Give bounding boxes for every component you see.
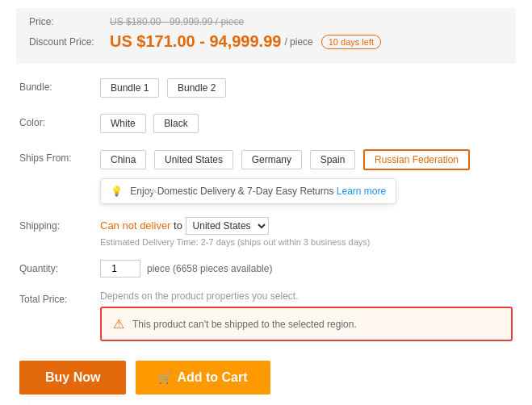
ships-from-row: Ships From: China United States Germany …	[19, 143, 513, 211]
cannot-deliver-text: Can not deliver	[100, 219, 170, 232]
price-label: Price:	[29, 16, 110, 27]
quantity-row: Quantity: piece (6658 pieces available)	[19, 253, 513, 284]
quantity-value: piece (6658 pieces available)	[100, 260, 513, 278]
warning-icon: ⚠	[113, 316, 124, 332]
total-price-label: Total Price:	[19, 290, 100, 305]
color-option-white[interactable]: White	[100, 114, 146, 133]
days-left-badge: 10 days left	[321, 35, 381, 49]
bundle-label: Bundle:	[19, 78, 100, 93]
quantity-label: Quantity:	[19, 260, 100, 274]
quantity-input[interactable]	[100, 260, 140, 278]
total-price-row: Total Price: Depends on the product prop…	[19, 284, 513, 348]
discount-price-value: US $171.00 - 94,999.99	[110, 32, 281, 51]
buy-now-button[interactable]: Buy Now	[19, 361, 126, 395]
ships-from-us[interactable]: United States	[154, 150, 233, 169]
warning-box: ⚠ This product can't be shipped to the s…	[100, 307, 513, 341]
original-price: US $180.00 - 99,999.99 / piece	[110, 16, 244, 27]
shipping-to-text: to	[174, 219, 185, 232]
shipping-tooltip: 💡 Enjoy Domestic Delivery & 7-Day Easy R…	[100, 178, 396, 204]
shipping-country-select[interactable]: United States	[186, 217, 269, 235]
color-options: White Black	[100, 114, 513, 136]
discount-price-label: Discount Price:	[29, 36, 110, 48]
ships-from-russia[interactable]: Russian Federation	[363, 149, 470, 170]
action-buttons: Buy Now 🛒 Add to Cart	[16, 348, 516, 401]
total-price-note: Depends on the product properties you se…	[100, 290, 513, 302]
total-price-value: Depends on the product properties you se…	[100, 290, 513, 341]
delivery-note: Estimated Delivery Time: 2-7 days (ships…	[100, 237, 513, 247]
bundle-option-1[interactable]: Bundle 1	[100, 78, 159, 98]
color-option-black[interactable]: Black	[153, 114, 198, 133]
learn-more-link[interactable]: Learn more	[337, 186, 386, 197]
cart-icon: 🛒	[158, 371, 172, 384]
ships-from-germany[interactable]: Germany	[241, 150, 302, 169]
ships-from-spain[interactable]: Spain	[310, 150, 356, 169]
per-piece-text: / piece	[284, 36, 312, 48]
color-label: Color:	[19, 114, 100, 128]
tooltip-icon: 💡	[111, 186, 123, 197]
ships-from-china[interactable]: China	[100, 150, 146, 169]
ships-from-label: Ships From:	[19, 149, 100, 164]
ships-from-options: China United States Germany Spain Russia…	[100, 149, 513, 204]
add-to-cart-label: Add to Cart	[177, 370, 247, 385]
shipping-label: Shipping:	[19, 217, 100, 232]
bundle-option-2[interactable]: Bundle 2	[167, 78, 226, 98]
wishlist-row: 🤍 Add to Wish List ▼ (0 Adds)	[16, 401, 516, 405]
add-to-cart-button[interactable]: 🛒 Add to Cart	[136, 361, 270, 395]
shipping-info: Can not deliver to United States Estimat…	[100, 217, 513, 247]
bundle-options: Bundle 1 Bundle 2	[100, 78, 513, 101]
pieces-available-text: piece (6658 pieces available)	[147, 263, 272, 274]
warning-message: This product can't be shipped to the sel…	[132, 319, 357, 330]
tooltip-text: Enjoy Domestic Delivery & 7-Day Easy Ret…	[130, 186, 333, 197]
bundle-row: Bundle: Bundle 1 Bundle 2	[19, 72, 513, 107]
color-row: Color: White Black	[19, 107, 513, 143]
shipping-row: Shipping: Can not deliver to United Stat…	[19, 211, 513, 253]
